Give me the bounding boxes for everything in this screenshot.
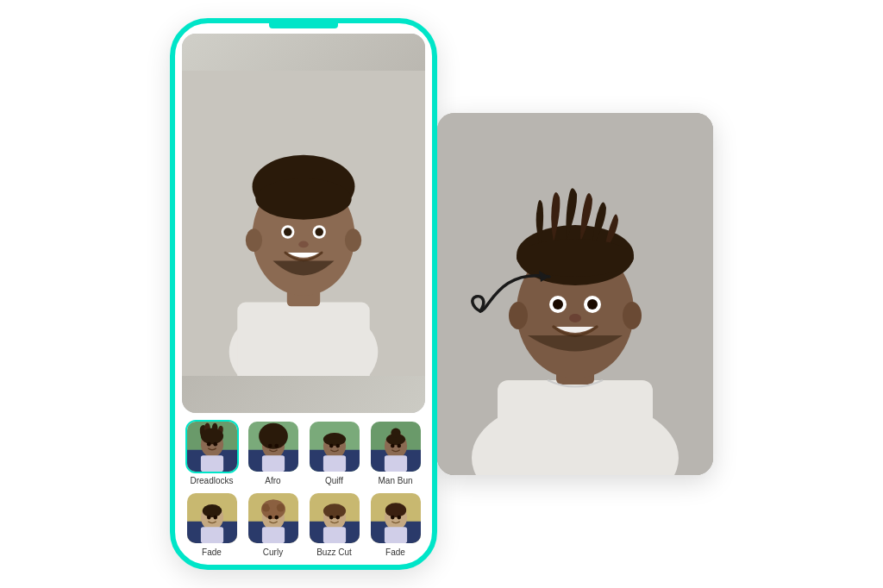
- svg-point-8: [345, 228, 361, 252]
- svg-point-17: [200, 428, 222, 444]
- phone-button-left: [170, 127, 172, 161]
- hair-label-man-bun: Man Bun: [378, 476, 412, 486]
- svg-point-39: [391, 428, 400, 437]
- svg-rect-40: [384, 455, 406, 472]
- svg-point-19: [206, 442, 210, 447]
- hair-thumb-curly[interactable]: [247, 491, 300, 545]
- arrow-svg: [463, 242, 575, 346]
- phone-frame: Dreadlocks: [170, 18, 437, 570]
- svg-rect-2: [237, 302, 369, 376]
- svg-point-7: [246, 228, 262, 252]
- hair-label-dreadlocks: Dreadlocks: [190, 476, 233, 486]
- svg-point-63: [323, 504, 345, 518]
- svg-rect-57: [261, 527, 284, 543]
- thumb-svg-afro: [248, 422, 298, 472]
- hair-thumb-man-bun[interactable]: [369, 420, 423, 473]
- svg-rect-25: [261, 455, 284, 472]
- scene: Dreadlocks: [0, 0, 883, 588]
- hair-thumb-quiff[interactable]: [308, 420, 361, 473]
- svg-point-41: [390, 444, 394, 448]
- svg-rect-32: [323, 455, 345, 472]
- svg-point-83: [623, 302, 642, 329]
- thumb-svg-dreadlocks: [187, 422, 237, 472]
- main-photo: [182, 34, 425, 413]
- svg-point-11: [284, 228, 292, 236]
- svg-point-34: [335, 444, 340, 448]
- svg-point-6: [255, 178, 351, 219]
- svg-point-49: [213, 516, 217, 520]
- svg-rect-77: [498, 380, 653, 475]
- main-photo-bg: [182, 34, 425, 413]
- hair-label-fade: Fade: [202, 547, 222, 558]
- hair-item-buzz-cut[interactable]: Buzz Cut: [306, 491, 362, 558]
- hair-item-fade[interactable]: Fade: [184, 491, 240, 558]
- svg-point-33: [329, 444, 333, 448]
- svg-point-72: [390, 516, 394, 520]
- svg-point-27: [274, 444, 279, 448]
- phone-inner: Dreadlocks: [175, 23, 432, 565]
- hair-item-fade2[interactable]: Fade: [367, 491, 423, 558]
- hair-thumb-buzz-cut[interactable]: [308, 491, 361, 545]
- svg-rect-47: [200, 527, 222, 543]
- svg-point-20: [213, 442, 217, 447]
- svg-point-58: [267, 516, 272, 520]
- svg-point-66: [335, 516, 340, 520]
- hair-thumb-dreadlocks[interactable]: [185, 420, 239, 473]
- hair-item-curly[interactable]: Curly: [245, 491, 301, 558]
- svg-point-87: [587, 299, 598, 310]
- hair-item-quiff[interactable]: Quiff: [306, 420, 362, 486]
- hair-label-afro: Afro: [265, 476, 280, 486]
- hair-thumb-fade2[interactable]: [369, 491, 423, 545]
- svg-point-42: [397, 444, 401, 448]
- thumb-svg-man-bun: [371, 422, 421, 472]
- thumb-svg-buzz-cut: [310, 493, 360, 543]
- svg-point-46: [202, 504, 221, 517]
- svg-rect-71: [384, 527, 406, 543]
- thumb-svg-fade2: [371, 493, 421, 543]
- svg-point-70: [385, 503, 405, 517]
- svg-point-13: [298, 241, 309, 247]
- svg-point-65: [329, 516, 333, 520]
- svg-marker-74: [539, 271, 549, 282]
- thumb-svg-fade: [187, 493, 237, 543]
- svg-point-12: [315, 228, 323, 236]
- svg-point-73: [397, 516, 401, 520]
- hair-item-dreadlocks[interactable]: Dreadlocks: [184, 420, 240, 486]
- svg-point-56: [276, 504, 284, 511]
- thumb-svg-quiff: [310, 422, 360, 472]
- hair-thumb-afro[interactable]: [247, 420, 300, 473]
- svg-point-24: [259, 423, 288, 449]
- svg-point-59: [274, 516, 279, 520]
- svg-point-26: [267, 444, 272, 448]
- hair-label-quiff: Quiff: [325, 476, 343, 486]
- hair-item-man-bun[interactable]: Man Bun: [367, 420, 423, 486]
- thumb-svg-curly: [248, 493, 298, 543]
- svg-point-48: [206, 516, 210, 520]
- hair-label-buzz-cut: Buzz Cut: [316, 547, 352, 558]
- hair-style-grid: Dreadlocks: [182, 420, 425, 558]
- hair-thumb-fade[interactable]: [185, 491, 239, 545]
- hair-label-fade2: Fade: [385, 547, 405, 558]
- main-content: Dreadlocks: [170, 18, 713, 570]
- arrow-connector: [463, 242, 575, 346]
- svg-rect-18: [200, 455, 222, 472]
- hair-item-afro[interactable]: Afro: [245, 420, 301, 486]
- svg-rect-64: [323, 527, 345, 543]
- hair-label-curly: Curly: [263, 547, 283, 558]
- main-person-svg: [182, 71, 425, 377]
